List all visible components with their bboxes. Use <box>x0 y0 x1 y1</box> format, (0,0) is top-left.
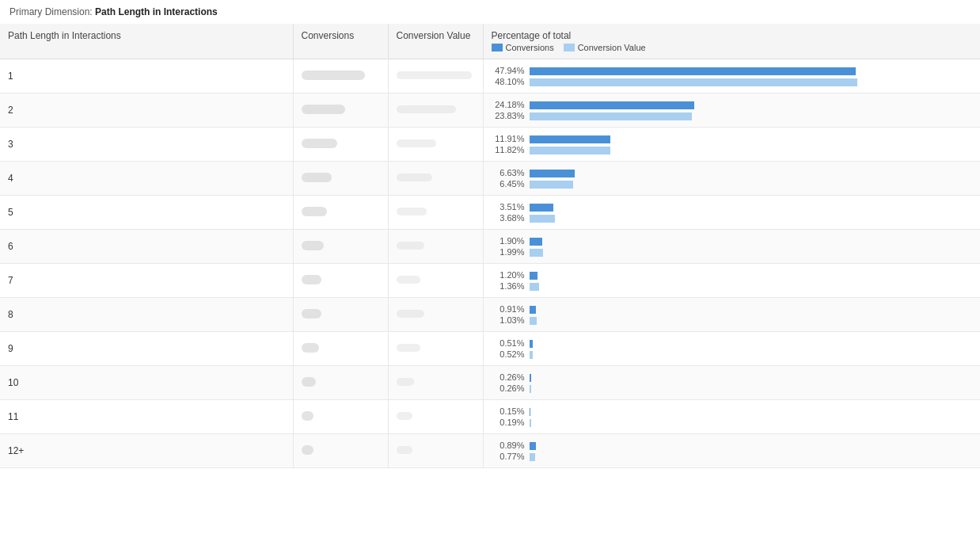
table-row: 3 11.91% 11.82% <box>0 128 980 162</box>
cell-conversion-value <box>388 230 483 264</box>
bar-conv-value <box>530 316 973 324</box>
cell-conversions <box>293 400 388 434</box>
pct-conv-value-label: 1.99% <box>492 247 525 257</box>
pct-conv-value-label: 23.83% <box>492 111 525 120</box>
bar-conv-value <box>530 248 973 256</box>
table-row: 2 24.18% 23.83% <box>0 93 980 128</box>
cell-percentage: 0.51% 0.52% <box>483 332 980 366</box>
pct-conversions-label: 1.20% <box>492 270 525 280</box>
cell-path-length: 4 <box>0 162 293 196</box>
cell-percentage: 3.51% 3.68% <box>483 196 980 230</box>
pct-conv-value-label: 0.52% <box>492 349 525 359</box>
cell-path-length: 9 <box>0 332 293 366</box>
col-header-conversions: Conversions <box>293 24 388 59</box>
cell-percentage: 24.18% 23.83% <box>483 93 980 128</box>
pct-conv-value-label: 11.82% <box>492 145 525 154</box>
legend-conversions: Conversions <box>492 43 554 52</box>
bar-conv-value <box>530 180 973 188</box>
legend-conv-value: Conversion Value <box>564 43 646 52</box>
table-row: 12+ 0.89% 0.77% <box>0 434 980 468</box>
primary-dimension-label: Primary Dimension: <box>9 6 93 17</box>
cell-conversion-value <box>388 264 483 298</box>
cell-conversions <box>293 230 388 264</box>
pct-conversions-label: 24.18% <box>492 100 525 109</box>
cell-conversion-value <box>388 93 483 128</box>
col-header-path-length: Path Length in Interactions <box>0 24 293 59</box>
cell-conversions <box>293 162 388 196</box>
bar-conversions <box>530 339 973 347</box>
cell-percentage: 0.91% 1.03% <box>483 298 980 332</box>
cell-path-length: 7 <box>0 264 293 298</box>
table-row: 7 1.20% 1.36% <box>0 264 980 298</box>
cell-conversions <box>293 298 388 332</box>
bar-conversions <box>530 237 973 245</box>
bar-conversions <box>530 169 973 177</box>
cell-conversion-value <box>388 128 483 162</box>
bar-conversions <box>530 305 973 313</box>
pct-conversions-label: 11.91% <box>492 134 525 143</box>
legend-conv-value-label: Conversion Value <box>578 43 646 52</box>
table-row: 11 0.15% 0.19% <box>0 400 980 434</box>
pct-conversions-label: 0.91% <box>492 304 525 314</box>
bar-conv-value <box>530 384 973 392</box>
cell-percentage: 47.94% 48.10% <box>483 59 980 93</box>
bar-conv-value <box>530 452 973 460</box>
bar-conversions <box>530 135 973 143</box>
legend-conversions-label: Conversions <box>506 43 554 52</box>
legend-conversions-box <box>492 44 503 51</box>
cell-conversions <box>293 332 388 366</box>
pct-conversions-label: 0.89% <box>492 441 525 450</box>
cell-conversion-value <box>388 196 483 230</box>
cell-conversion-value <box>388 366 483 400</box>
cell-conversion-value <box>388 332 483 366</box>
cell-path-length: 10 <box>0 366 293 400</box>
pct-conv-value-label: 6.45% <box>492 179 525 189</box>
cell-conversions <box>293 196 388 230</box>
pct-conv-value-label: 48.10% <box>492 77 525 86</box>
pct-conv-value-label: 1.36% <box>492 281 525 291</box>
cell-path-length: 1 <box>0 59 293 93</box>
cell-conversions <box>293 128 388 162</box>
table-row: 1 47.94% 48.10% <box>0 59 980 93</box>
cell-percentage: 11.91% 11.82% <box>483 128 980 162</box>
bar-conversions <box>530 67 973 74</box>
cell-conversions <box>293 434 388 468</box>
cell-path-length: 12+ <box>0 434 293 468</box>
table-row: 8 0.91% 1.03% <box>0 298 980 332</box>
col-header-conversion-value: Conversion Value <box>388 24 483 59</box>
cell-conversion-value <box>388 434 483 468</box>
bar-conversions <box>530 407 973 415</box>
col-header-percentage: Percentage of total Conversions Conversi… <box>483 24 980 59</box>
bar-conv-value <box>530 78 973 86</box>
bar-conv-value <box>530 112 973 120</box>
cell-conversions <box>293 366 388 400</box>
pct-conversions-label: 47.94% <box>492 66 525 75</box>
bar-conv-value <box>530 350 973 358</box>
bar-conversions <box>530 203 973 211</box>
cell-conversions <box>293 93 388 128</box>
bar-conv-value <box>530 418 973 426</box>
cell-percentage: 0.26% 0.26% <box>483 366 980 400</box>
pct-conversions-label: 0.26% <box>492 372 525 382</box>
pct-conversions-label: 6.63% <box>492 168 525 177</box>
primary-dimension-value: Path Length in Interactions <box>95 6 218 17</box>
cell-percentage: 1.20% 1.36% <box>483 264 980 298</box>
cell-percentage: 0.15% 0.19% <box>483 400 980 434</box>
cell-conversion-value <box>388 59 483 93</box>
cell-path-length: 2 <box>0 93 293 128</box>
cell-path-length: 3 <box>0 128 293 162</box>
cell-conversions <box>293 59 388 93</box>
pct-conversions-label: 0.51% <box>492 338 525 348</box>
cell-percentage: 1.90% 1.99% <box>483 230 980 264</box>
bar-conversions <box>530 101 973 109</box>
bar-conversions <box>530 441 973 449</box>
bar-conv-value <box>530 214 973 222</box>
cell-path-length: 5 <box>0 196 293 230</box>
chart-legend: Conversions Conversion Value <box>492 43 973 52</box>
bar-conv-value <box>530 282 973 290</box>
primary-dimension-bar: Primary Dimension: Path Length in Intera… <box>0 0 980 24</box>
pct-conversions-label: 3.51% <box>492 202 525 212</box>
cell-percentage: 6.63% 6.45% <box>483 162 980 196</box>
bar-conversions <box>530 373 973 381</box>
pct-conv-value-label: 0.77% <box>492 452 525 461</box>
